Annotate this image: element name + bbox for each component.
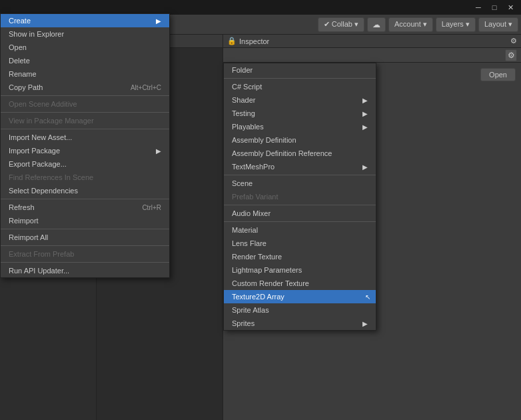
inspector-settings-btn[interactable]: ⚙ — [505, 49, 517, 61]
ctx-select-deps[interactable]: Select Dependencies — [1, 184, 169, 197]
ctx-sep3 — [1, 129, 169, 129]
assets-list-panel: Assets 📁 Scenes 📁 Textures Create ▶ Show… — [97, 35, 223, 420]
left-context-menu: Create ▶ Show in Explorer Open Delete Re… — [0, 13, 170, 278]
sub-texture2d-array[interactable]: Texture2D Array ↖ — [224, 290, 376, 303]
layout-button[interactable]: Layout ▾ — [478, 17, 518, 32]
ctx-import-pkg[interactable]: Import Package ▶ — [1, 144, 169, 157]
ctx-reimport-all[interactable]: Reimport All — [1, 231, 169, 244]
open-button[interactable]: Open — [480, 68, 516, 81]
sub-playables-arrow: ▶ — [362, 123, 368, 131]
ctx-copy-path[interactable]: Copy Path Alt+Ctrl+C — [1, 81, 169, 94]
inspector-settings-icon[interactable]: ⚙ — [510, 37, 517, 45]
inspector-title: Inspector — [239, 37, 269, 45]
ctx-view-pkg: View in Package Manager — [1, 114, 169, 127]
sub-sprites-arrow: ▶ — [362, 320, 368, 327]
maximize-button[interactable]: □ — [489, 2, 500, 13]
sub-playables[interactable]: Playables ▶ — [224, 120, 376, 133]
inspector-lock-icon[interactable]: 🔒 — [227, 37, 237, 45]
create-submenu: Folder C# Script Shader ▶ Testing ▶ Play… — [223, 63, 376, 331]
ctx-create[interactable]: Create ▶ — [1, 14, 169, 27]
inspector-toolbar: ⚙ — [223, 48, 521, 63]
ctx-show-explorer[interactable]: Show in Explorer — [1, 27, 169, 41]
ctx-sep2 — [1, 112, 169, 113]
ctx-reimport[interactable]: Reimport — [1, 214, 169, 227]
sub-sep3 — [224, 205, 376, 205]
main-layout: Project 🔒 ⋮ +▾ ⊞ ⊕ ★ 10 ▶ ★ Favorites ▼ … — [0, 35, 521, 420]
sub-scene[interactable]: Scene — [224, 177, 376, 190]
ctx-create-arrow: ▶ — [156, 17, 161, 25]
ctx-find-refs: Find References In Scene — [1, 171, 169, 184]
ctx-sep1 — [1, 95, 169, 96]
sub-sep1 — [224, 78, 376, 79]
title-bar: ─ □ ✕ — [0, 0, 521, 15]
ctx-import-new[interactable]: Import New Asset... — [1, 131, 169, 144]
sub-custom-render-texture[interactable]: Custom Render Texture — [224, 277, 376, 290]
ctx-sep7 — [1, 262, 169, 263]
ctx-refresh[interactable]: Refresh Ctrl+R — [1, 201, 169, 214]
cloud-button[interactable]: ☁ — [367, 17, 386, 32]
cursor-indicator: ↖ — [365, 293, 370, 301]
sub-sprites[interactable]: Sprites ▶ — [224, 317, 376, 330]
account-button[interactable]: Account ▾ — [388, 17, 433, 32]
sub-folder[interactable]: Folder — [224, 63, 376, 77]
ctx-import-pkg-arrow: ▶ — [156, 147, 161, 155]
sub-shader-arrow: ▶ — [362, 97, 368, 104]
sub-sprite-atlas[interactable]: Sprite Atlas — [224, 303, 376, 317]
sub-lens-flare[interactable]: Lens Flare — [224, 237, 376, 250]
sub-csharp[interactable]: C# Script — [224, 80, 376, 93]
ctx-sep5 — [1, 229, 169, 229]
ctx-export-pkg[interactable]: Export Package... — [1, 157, 169, 171]
minimize-button[interactable]: ─ — [473, 2, 484, 13]
ctx-extract-prefab: Extract From Prefab — [1, 247, 169, 261]
inspector-panel: 🔒 Inspector ⚙ ⚙ 📁 Assets Open Folder C# … — [223, 35, 521, 420]
sub-textmeshpro[interactable]: TextMeshPro ▶ — [224, 160, 376, 173]
ctx-open-scene: Open Scene Additive — [1, 97, 169, 111]
sub-testing-arrow: ▶ — [362, 110, 368, 117]
sub-material[interactable]: Material — [224, 223, 376, 237]
ctx-delete[interactable]: Delete — [1, 54, 169, 67]
sub-tmp-arrow: ▶ — [362, 163, 368, 171]
collab-button[interactable]: ✔ Collab ▾ — [318, 17, 364, 32]
ctx-run-api[interactable]: Run API Updater... — [1, 264, 169, 277]
sub-assembly-def[interactable]: Assembly Definition — [224, 133, 376, 147]
sub-testing[interactable]: Testing ▶ — [224, 107, 376, 120]
ctx-open[interactable]: Open — [1, 41, 169, 54]
inspector-header: 🔒 Inspector ⚙ — [223, 35, 521, 48]
sub-lightmap-params[interactable]: Lightmap Parameters — [224, 263, 376, 277]
sub-render-texture[interactable]: Render Texture — [224, 250, 376, 263]
layers-button[interactable]: Layers ▾ — [436, 17, 476, 32]
sub-shader[interactable]: Shader ▶ — [224, 93, 376, 107]
sub-audio-mixer[interactable]: Audio Mixer — [224, 207, 376, 220]
ctx-sep4 — [1, 199, 169, 199]
ctx-sep6 — [1, 245, 169, 246]
close-button[interactable]: ✕ — [505, 2, 516, 13]
ctx-rename[interactable]: Rename — [1, 67, 169, 81]
sub-assembly-def-ref[interactable]: Assembly Definition Reference — [224, 147, 376, 160]
sub-sep2 — [224, 175, 376, 175]
sub-prefab-variant: Prefab Variant — [224, 190, 376, 203]
sub-sep4 — [224, 221, 376, 222]
